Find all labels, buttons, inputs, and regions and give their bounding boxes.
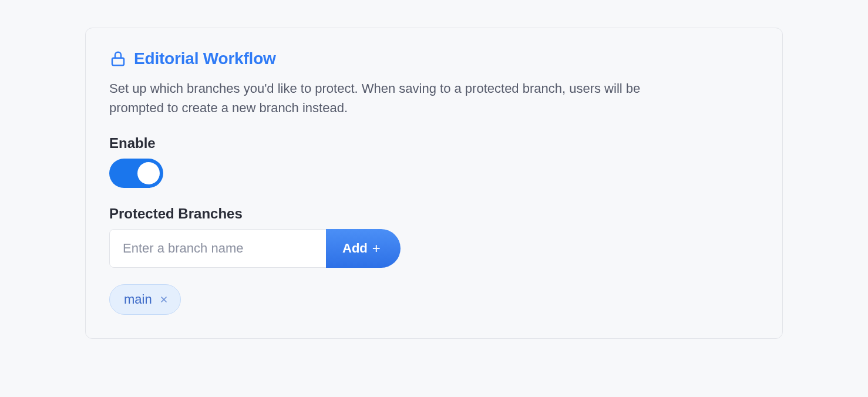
branch-tag-name: main bbox=[124, 292, 152, 307]
branch-tag: main bbox=[109, 284, 181, 315]
card-description: Set up which branches you'd like to prot… bbox=[109, 79, 673, 117]
add-button-label: Add bbox=[342, 241, 368, 256]
editorial-workflow-card: Editorial Workflow Set up which branches… bbox=[85, 28, 783, 339]
remove-branch-button[interactable] bbox=[159, 295, 169, 304]
branch-name-input[interactable] bbox=[109, 229, 327, 268]
plus-icon: + bbox=[372, 241, 381, 255]
protected-branches-label: Protected Branches bbox=[109, 206, 759, 222]
enable-label: Enable bbox=[109, 135, 759, 152]
branch-input-row: Add + bbox=[109, 229, 759, 268]
svg-rect-0 bbox=[112, 58, 124, 66]
branch-tag-list: main bbox=[109, 284, 759, 315]
card-title: Editorial Workflow bbox=[134, 49, 276, 68]
enable-toggle[interactable] bbox=[109, 159, 163, 188]
card-header: Editorial Workflow bbox=[109, 49, 759, 68]
toggle-knob bbox=[137, 162, 160, 184]
add-branch-button[interactable]: Add + bbox=[326, 229, 401, 268]
lock-icon bbox=[109, 50, 127, 68]
enable-field: Enable bbox=[109, 135, 759, 188]
protected-branches-field: Protected Branches Add + main bbox=[109, 206, 759, 315]
